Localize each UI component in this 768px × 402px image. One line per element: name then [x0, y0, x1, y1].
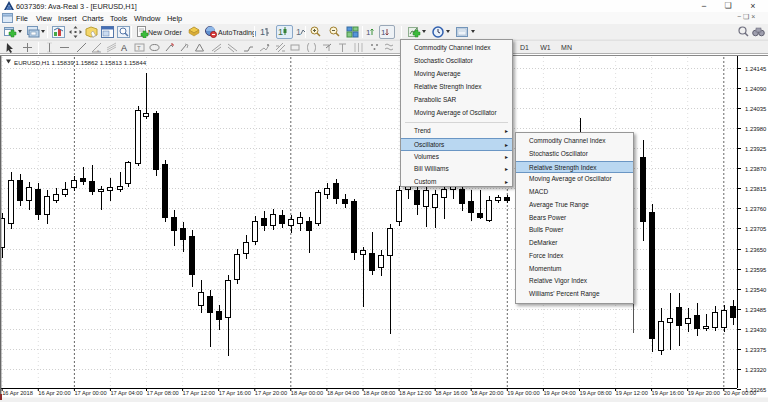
svg-text:1.23595: 1.23595: [745, 267, 767, 273]
svg-text:17 Apr 12:00: 17 Apr 12:00: [183, 390, 215, 396]
svg-text:1.23320: 1.23320: [745, 367, 767, 373]
svg-text:1.23705: 1.23705: [745, 226, 767, 232]
svg-text:1.23540: 1.23540: [745, 287, 767, 293]
svg-text:17 Apr 08:00: 17 Apr 08:00: [147, 390, 179, 396]
svg-text:18 Apr 16:00: 18 Apr 16:00: [435, 390, 467, 396]
svg-text:1.23815: 1.23815: [745, 186, 767, 192]
svg-text:1: 1: [296, 27, 301, 37]
svg-text:18 Apr 12:00: 18 Apr 12:00: [399, 390, 431, 396]
svg-text:1.24090: 1.24090: [745, 86, 767, 92]
svg-text:18 Apr 04:00: 18 Apr 04:00: [327, 390, 359, 396]
svg-text:1.23870: 1.23870: [745, 166, 767, 172]
svg-text:1: 1: [260, 27, 265, 37]
svg-text:A: A: [121, 43, 127, 53]
svg-text:1.24145: 1.24145: [745, 66, 767, 72]
svg-text:18 Apr 08:00: 18 Apr 08:00: [363, 390, 395, 396]
svg-text:18 Apr 00:00: 18 Apr 00:00: [291, 390, 323, 396]
svg-text:1: 1: [366, 28, 371, 37]
svg-text:19 Apr 08:00: 19 Apr 08:00: [580, 390, 612, 396]
svg-text:19 Apr 00:00: 19 Apr 00:00: [507, 390, 539, 396]
svg-text:17 Apr 16:00: 17 Apr 16:00: [219, 390, 251, 396]
svg-text:19 Apr 12:00: 19 Apr 12:00: [616, 390, 648, 396]
svg-text:1.24035: 1.24035: [745, 106, 767, 112]
svg-text:1.23925: 1.23925: [745, 146, 767, 152]
svg-text:17 Apr 04:00: 17 Apr 04:00: [110, 390, 142, 396]
svg-text:16 Apr 20:00: 16 Apr 20:00: [38, 390, 70, 396]
svg-text:1: 1: [278, 27, 283, 37]
svg-text:1.23430: 1.23430: [745, 327, 767, 333]
svg-text:19 Apr 20:00: 19 Apr 20:00: [688, 390, 720, 396]
svg-text:20 Apr 00:00: 20 Apr 00:00: [724, 390, 756, 396]
svg-text:19 Apr 16:00: 19 Apr 16:00: [652, 390, 684, 396]
svg-text:1.23650: 1.23650: [745, 247, 767, 253]
svg-text:1.23980: 1.23980: [745, 126, 767, 132]
svg-text:1.23760: 1.23760: [745, 206, 767, 212]
svg-text:16 Apr 2018: 16 Apr 2018: [2, 390, 33, 396]
svg-text:1.23375: 1.23375: [745, 347, 767, 353]
svg-text:17 Apr 20:00: 17 Apr 20:00: [255, 390, 287, 396]
svg-text:18 Apr 20:00: 18 Apr 20:00: [471, 390, 503, 396]
svg-text:17 Apr 00:00: 17 Apr 00:00: [74, 390, 106, 396]
svg-text:1.23485: 1.23485: [745, 307, 767, 313]
svg-text:EURUSD,H1 1.15839 1.15862 1.15: EURUSD,H1 1.15839 1.15862 1.15813 1.1584…: [14, 59, 147, 66]
svg-text:1: 1: [381, 28, 386, 37]
svg-text:T: T: [137, 45, 141, 51]
svg-text:19 Apr 04:00: 19 Apr 04:00: [543, 390, 575, 396]
